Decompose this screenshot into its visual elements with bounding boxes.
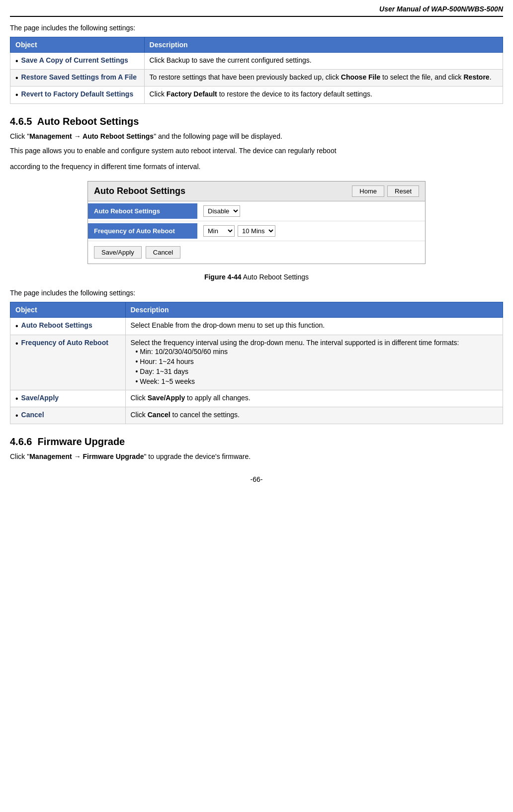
list-item: Day: 1~31 days [136, 366, 498, 376]
second-table-row2-desc: Select the frequency interval using the … [125, 335, 503, 390]
section-465-desc1: This page allows you to enable and confi… [10, 145, 503, 156]
second-settings-table: Object Description Auto Reboot Settings … [10, 302, 503, 424]
second-table-row3-object: Save/Apply [10, 390, 126, 407]
first-table-col1-header: Object [10, 37, 145, 53]
section-466-number: 4.6.6 [10, 436, 32, 447]
first-table-row2-object: Restore Saved Settings from A File [10, 70, 145, 87]
section-466-title: Firmware Upgrade [38, 436, 125, 447]
ui-header-buttons: Home Reset [352, 185, 419, 197]
ui-auto-reboot-value: Disable Enable [197, 201, 246, 221]
section-465-heading: 4.6.5 Auto Reboot Settings [10, 116, 503, 127]
table-row: Save A Copy of Current Settings Click Ba… [10, 53, 503, 70]
page-number: -66- [251, 475, 263, 483]
header-title: User Manual of WAP-500N/WBS-500N [379, 5, 503, 13]
second-table-row1-object: Auto Reboot Settings [10, 318, 126, 335]
figure-label: Figure 4-44 [204, 273, 242, 281]
figure-caption: Figure 4-44 Auto Reboot Settings [10, 273, 503, 281]
section-465-number: 4.6.5 [10, 116, 32, 127]
second-table-col1-header: Object [10, 302, 126, 318]
table-row: Save/Apply Click Save/Apply to apply all… [10, 390, 503, 407]
first-table-row3-object: Revert to Factory Default Settings [10, 87, 145, 103]
ui-auto-reboot-label: Auto Reboot Settings [88, 203, 197, 219]
first-table-col2-header: Description [144, 37, 503, 53]
list-item: Hour: 1~24 hours [136, 357, 498, 366]
ui-frequency-unit-select[interactable]: Min Hour Day Week [203, 225, 235, 237]
figure-text: Auto Reboot Settings [242, 273, 309, 281]
ui-frequency-label: Frequency of Auto Reboot [88, 223, 197, 239]
ui-screenshot-body: Auto Reboot Settings Disable Enable Freq… [88, 201, 425, 264]
ui-frequency-value: Min Hour Day Week 10 Mins 20 Mins 30 Min… [197, 221, 281, 241]
first-table-row2-desc: To restore settings that have been previ… [144, 70, 503, 87]
table-row: Frequency of Auto Reboot Select the freq… [10, 335, 503, 390]
ui-save-apply-button[interactable]: Save/Apply [94, 246, 142, 259]
ui-screenshot-title: Auto Reboot Settings [94, 186, 185, 196]
section-465-title: Auto Reboot Settings [37, 116, 139, 127]
second-intro-text: The page includes the following settings… [10, 289, 503, 297]
section-466-nav: Click "Management → Firmware Upgrade" to… [10, 452, 503, 460]
ui-screenshot: Auto Reboot Settings Home Reset Auto Reb… [87, 181, 426, 264]
second-table-row2-object: Frequency of Auto Reboot [10, 335, 126, 390]
ui-reset-button[interactable]: Reset [387, 185, 419, 197]
first-table-row1-object: Save A Copy of Current Settings [10, 53, 145, 70]
ui-frequency-value-select[interactable]: 10 Mins 20 Mins 30 Mins 40 Mins 50 Mins … [238, 225, 275, 237]
table-row: Auto Reboot Settings Select Enable from … [10, 318, 503, 335]
page-footer: -66- [10, 475, 503, 483]
section-466-heading: 4.6.6 Firmware Upgrade [10, 436, 503, 448]
first-table-row1-desc: Click Backup to save the current configu… [144, 53, 503, 70]
first-table-row3-desc: Click Factory Default to restore the dev… [144, 87, 503, 103]
ui-cancel-button[interactable]: Cancel [146, 246, 180, 259]
ui-auto-reboot-row: Auto Reboot Settings Disable Enable [88, 201, 425, 221]
table-row: Restore Saved Settings from A File To re… [10, 70, 503, 87]
ui-auto-reboot-select[interactable]: Disable Enable [203, 205, 240, 217]
first-settings-table: Object Description Save A Copy of Curren… [10, 37, 503, 104]
frequency-bullet-list: Min: 10/20/30/40/50/60 mins Hour: 1~24 h… [136, 347, 498, 386]
ui-home-button[interactable]: Home [352, 185, 384, 197]
section-465-desc2: according to the frequency in different … [10, 161, 503, 172]
table-row: Cancel Click Cancel to cancel the settin… [10, 407, 503, 424]
ui-frequency-row: Frequency of Auto Reboot Min Hour Day We… [88, 221, 425, 241]
list-item: Min: 10/20/30/40/50/60 mins [136, 347, 498, 357]
table-row: Revert to Factory Default Settings Click… [10, 87, 503, 103]
second-table-row4-desc: Click Cancel to cancel the settings. [125, 407, 503, 424]
second-table-row1-desc: Select Enable from the drop-down menu to… [125, 318, 503, 335]
second-table-row4-object: Cancel [10, 407, 126, 424]
ui-screenshot-header: Auto Reboot Settings Home Reset [88, 181, 425, 201]
ui-footer: Save/Apply Cancel [88, 241, 425, 264]
list-item: Week: 1~5 weeks [136, 376, 498, 386]
second-table-row3-desc: Click Save/Apply to apply all changes. [125, 390, 503, 407]
section-465-nav: Click "Management → Auto Reboot Settings… [10, 132, 503, 140]
second-table-col2-header: Description [125, 302, 503, 318]
first-intro-text: The page includes the following settings… [10, 24, 503, 32]
page-header: User Manual of WAP-500N/WBS-500N [10, 5, 503, 17]
